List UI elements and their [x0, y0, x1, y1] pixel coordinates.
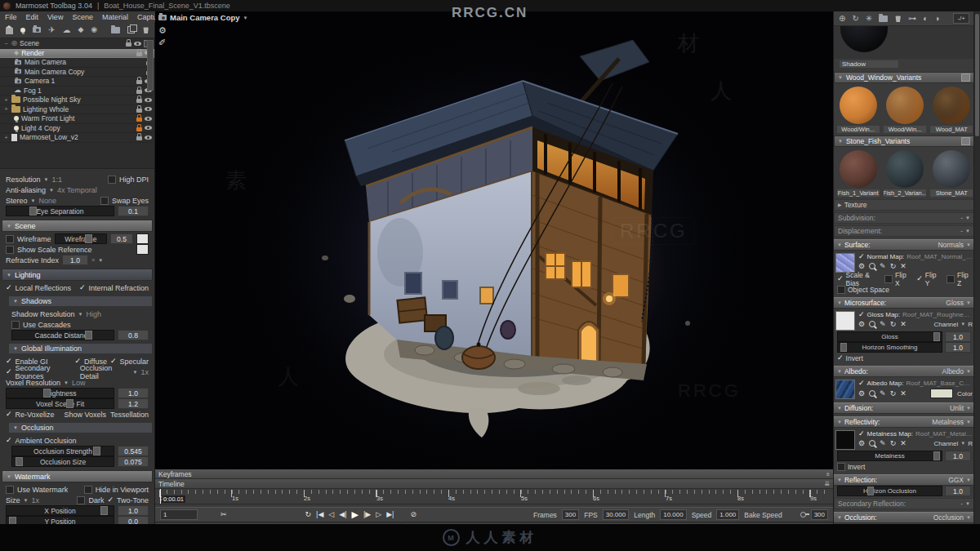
tree-row-marmoset-low[interactable]: + Marmoset_Low_v2 — [0, 133, 154, 143]
bake-speed-button[interactable]: Bake Speed — [744, 511, 782, 519]
watermark-section-header[interactable]: ▼ Watermark — [2, 470, 153, 482]
group-options-box[interactable] — [961, 73, 970, 82]
resolution-value[interactable]: 1:1 — [51, 176, 62, 184]
lock-icon[interactable] — [136, 109, 142, 113]
horizon-occlusion-value[interactable]: 1.0 — [945, 486, 971, 496]
channel-dropdown[interactable]: Channel▼R — [933, 321, 973, 328]
gloss-map-thumbnail[interactable] — [835, 311, 855, 331]
add-light-icon[interactable] — [20, 28, 25, 33]
tree-row-camera-1[interactable]: Camera 1 — [0, 77, 154, 87]
reload-icon[interactable]: ↻ — [890, 439, 897, 447]
scissors-icon[interactable]: ✂ — [220, 511, 227, 518]
skip-start-button[interactable]: |◀ — [316, 511, 323, 518]
material-wood-win-2[interactable]: Wood/Win... — [882, 87, 927, 134]
albedo-color-swatch[interactable] — [930, 389, 953, 398]
collapse-icon[interactable]: ⇊ — [824, 481, 830, 487]
frames-input[interactable]: 300 — [562, 509, 579, 520]
add-object-icon[interactable]: ◆ — [78, 26, 83, 33]
flip-z-checkbox[interactable] — [947, 275, 955, 283]
texture-row[interactable]: ▶ Texture — [834, 199, 974, 211]
surface-mode-dropdown[interactable]: Normals▼ — [938, 241, 971, 249]
step-back-button[interactable]: ◀| — [339, 511, 346, 518]
step-forward-button[interactable]: |▶ — [363, 511, 371, 518]
wireframe-slider[interactable]: Wireframe — [55, 233, 107, 244]
use-watermark-checkbox[interactable] — [6, 486, 14, 494]
reflection-mode-dropdown[interactable]: GGX▼ — [948, 476, 971, 484]
scale-reference-checkbox[interactable] — [6, 246, 14, 254]
scale-reference-swatch[interactable] — [136, 244, 149, 255]
occlusion-detail-value[interactable]: 1x — [140, 368, 149, 376]
close-icon[interactable]: ✕ — [900, 439, 906, 447]
wireframe-checkbox[interactable] — [6, 235, 14, 243]
albedo-map-thumbnail[interactable] — [835, 380, 855, 399]
horizon-occlusion-slider[interactable]: Horizon Occlusion — [837, 486, 942, 496]
wireframe-value[interactable]: 0.5 — [110, 233, 133, 244]
menu-scene[interactable]: Scene — [72, 13, 93, 21]
subdivision-row[interactable]: Subdivision: - ▼ — [834, 212, 974, 224]
occlusion-size-slider[interactable]: Occlusion Size — [11, 456, 114, 467]
length-input[interactable]: 10.000 — [660, 509, 686, 520]
eye-separation-slider[interactable]: Eye Separation — [6, 206, 114, 216]
expand-icon[interactable]: ± — [826, 471, 830, 478]
shadow-resolution-value[interactable]: High — [87, 310, 102, 318]
gi-subheader[interactable]: ▼ Global Illumination — [8, 343, 153, 354]
group-header-stone-fish[interactable]: ▼ Stone_Fish_Variants — [834, 136, 974, 147]
current-frame-input[interactable]: 1 — [160, 509, 198, 520]
menu-material[interactable]: Material — [102, 13, 128, 21]
folder-icon[interactable] — [879, 16, 888, 22]
material-wood-win-1[interactable]: Wood/Win... — [835, 87, 880, 134]
menu-file[interactable]: File — [5, 13, 17, 21]
lock-icon-orange[interactable] — [136, 127, 142, 131]
add-animation-icon[interactable]: ✈ — [48, 26, 55, 34]
preview-sphere-right-icon[interactable]: ◑ — [934, 15, 939, 23]
material-shadow-thumbnail[interactable] — [834, 26, 974, 59]
reflection-header[interactable]: ▼ Reflection: GGX▼ — [834, 474, 974, 486]
viewport-brush-icon[interactable]: ✐ — [158, 38, 166, 48]
hide-in-viewport-checkbox[interactable] — [84, 486, 92, 494]
pencil-icon[interactable]: ✎ — [880, 389, 886, 398]
viewport-3d[interactable]: Main Camera Copy ▼ ⚙ ✐ 材 素 RRCG 人 RRCG 人 — [155, 11, 833, 469]
eye-icon[interactable] — [145, 136, 152, 140]
playhead[interactable] — [160, 489, 161, 504]
dark-checkbox[interactable] — [77, 496, 85, 504]
add-sky-icon[interactable]: ☁ — [62, 26, 70, 34]
reflectivity-header[interactable]: ▼ Reflectivity: Metalness▼ — [834, 416, 974, 428]
trash-icon[interactable] — [894, 15, 902, 22]
check-icon[interactable]: ✓ — [6, 284, 12, 291]
voxel-fit-value[interactable]: 1.2 — [118, 398, 149, 409]
occlusion-mode-dropdown[interactable]: Occlusion▼ — [933, 513, 971, 522]
microsurface-header[interactable]: ▼ Microsurface: Gloss▼ — [834, 297, 974, 309]
surface-header[interactable]: ▼ Surface: Normals▼ — [834, 239, 974, 251]
pencil-icon[interactable]: ✎ — [880, 320, 886, 328]
search-icon[interactable] — [869, 321, 875, 327]
pencil-icon[interactable]: ✎ — [880, 262, 886, 270]
material-wood-mat[interactable]: Wood_MAT — [929, 87, 974, 134]
normal-map-thumbnail[interactable] — [835, 253, 855, 273]
fps-input[interactable]: 30.000 — [603, 509, 629, 520]
material-fish-2[interactable]: Fish_2_Varian... — [882, 150, 927, 198]
skip-end-button[interactable]: ▶| — [386, 511, 394, 518]
options-icon[interactable]: ≡ — [91, 257, 95, 263]
horizon-smoothing-value[interactable]: 1.0 — [945, 342, 971, 353]
eye-separation-value[interactable]: 0.1 — [118, 206, 149, 216]
albedo-mode-dropdown[interactable]: Albedo▼ — [942, 367, 971, 375]
material-panel-scrollbar[interactable] — [973, 11, 980, 531]
add-camera-icon[interactable] — [33, 27, 41, 33]
gloss-slider[interactable]: Gloss — [837, 331, 942, 342]
occlusion-subheader[interactable]: ▼ Occlusion — [8, 422, 153, 433]
occlusion-strength-slider[interactable]: Occlusion Strength — [11, 446, 114, 456]
cascade-distance-value[interactable]: 0.8 — [118, 330, 149, 340]
eye-icon[interactable] — [145, 98, 152, 102]
invert-checkbox[interactable] — [837, 463, 845, 471]
search-icon[interactable] — [869, 263, 875, 269]
wireframe-color-swatch[interactable] — [136, 233, 149, 244]
tree-row-main-camera-copy[interactable]: Main Camera Copy — [0, 68, 154, 78]
close-icon[interactable]: ✕ — [900, 389, 906, 398]
link-icon[interactable]: ⊶ — [908, 15, 916, 23]
group-header-wood-window[interactable]: ▼ Wood_Window_Variants — [834, 72, 974, 83]
lock-icon[interactable] — [136, 136, 142, 140]
play-button[interactable]: ▶ — [352, 510, 359, 519]
lock-icon[interactable] — [126, 42, 131, 47]
diffusion-header[interactable]: ▼ Diffusion: Unlit▼ — [834, 402, 974, 414]
voxel-resolution-value[interactable]: Low — [72, 379, 86, 387]
